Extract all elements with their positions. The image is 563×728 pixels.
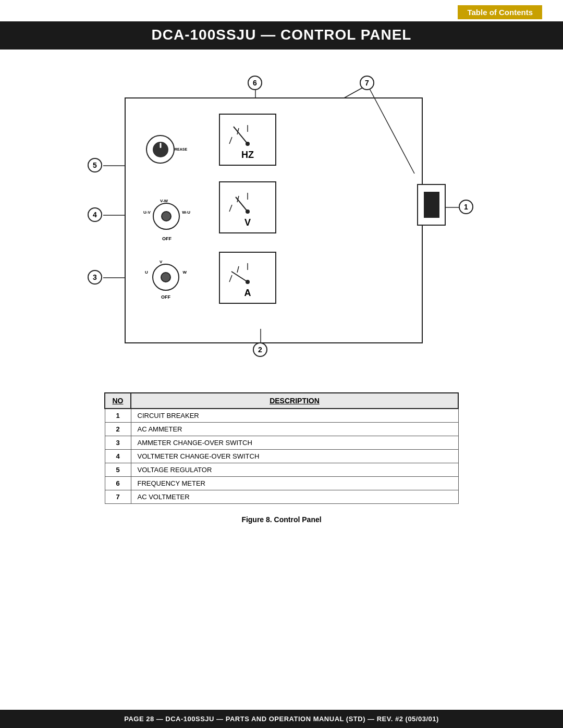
hz-meter: HZ bbox=[219, 114, 276, 166]
svg-line-22 bbox=[231, 272, 248, 282]
table-cell-description: AMMETER CHANGE-OVER SWITCH bbox=[131, 436, 458, 450]
svg-line-14 bbox=[229, 205, 232, 212]
table-cell-description: FREQUENCY METER bbox=[131, 477, 458, 490]
svg-line-12 bbox=[234, 127, 248, 144]
control-panel-diagram: 1 2 3 4 5 6 7 bbox=[68, 69, 495, 366]
table-row: 2AC AMMETER bbox=[105, 423, 458, 436]
breaker-inner bbox=[424, 192, 439, 218]
table-cell-no: 7 bbox=[105, 490, 131, 504]
page-title: DCA-100SSJU — CONTROL PANEL bbox=[0, 21, 563, 50]
table-cell-description: AC VOLTMETER bbox=[131, 490, 458, 504]
svg-line-20 bbox=[237, 266, 239, 273]
voltmeter-switch-uv-label: U-V bbox=[143, 210, 151, 215]
voltmeter-switch[interactable]: V-W U-V W-U OFF bbox=[143, 199, 190, 241]
svg-point-18 bbox=[246, 209, 250, 214]
table-header-description: DESCRIPTION bbox=[131, 393, 458, 409]
table-cell-description: AC AMMETER bbox=[131, 423, 458, 436]
footer-bar: PAGE 28 — DCA-100SSJU — PARTS AND OPERAT… bbox=[0, 710, 563, 728]
table-row: 4VOLTMETER CHANGE-OVER SWITCH bbox=[105, 450, 458, 463]
table-cell-description: VOLTAGE REGULATOR bbox=[131, 463, 458, 477]
a-label: A bbox=[244, 288, 251, 299]
table-cell-description: CIRCUIT BREAKER bbox=[131, 409, 458, 423]
callout-1: 1 bbox=[459, 200, 473, 214]
voltmeter-switch-vw-label: V-W bbox=[160, 199, 168, 203]
ammeter-switch-v-label: V bbox=[160, 260, 162, 264]
v-meter: V bbox=[219, 181, 276, 233]
table-cell-no: 4 bbox=[105, 450, 131, 463]
table-cell-no: 1 bbox=[105, 409, 131, 423]
v-label: V bbox=[244, 217, 251, 228]
ammeter-switch-u-label: U bbox=[145, 270, 148, 275]
voltage-regulator[interactable]: INCREASE DECREASE bbox=[146, 147, 187, 151]
svg-line-9 bbox=[229, 137, 232, 144]
callout-6: 6 bbox=[248, 76, 262, 90]
table-header-no: NO bbox=[105, 393, 131, 409]
table-cell-no: 3 bbox=[105, 436, 131, 450]
svg-line-19 bbox=[229, 275, 232, 282]
voltmeter-switch-off-label: OFF bbox=[162, 236, 172, 241]
table-row: 7AC VOLTMETER bbox=[105, 490, 458, 504]
table-cell-no: 6 bbox=[105, 477, 131, 490]
parts-table: NO DESCRIPTION 1CIRCUIT BREAKER2AC AMMET… bbox=[104, 392, 459, 504]
callout-5: 5 bbox=[88, 158, 102, 172]
table-cell-description: VOLTMETER CHANGE-OVER SWITCH bbox=[131, 450, 458, 463]
toc-button[interactable]: Table of Contents bbox=[458, 5, 542, 19]
callout-4: 4 bbox=[88, 207, 102, 222]
ammeter-switch[interactable]: V U W OFF bbox=[145, 260, 187, 300]
svg-point-23 bbox=[246, 280, 250, 284]
figure-caption: Figure 8. Control Panel bbox=[241, 515, 321, 524]
callout-2: 2 bbox=[253, 342, 267, 357]
table-cell-no: 5 bbox=[105, 463, 131, 477]
ammeter-switch-w-label: W bbox=[182, 270, 187, 275]
svg-line-8 bbox=[368, 85, 414, 174]
svg-point-13 bbox=[246, 142, 250, 146]
svg-line-17 bbox=[236, 197, 248, 212]
circuit-breaker[interactable] bbox=[417, 184, 446, 226]
table-row: 5VOLTAGE REGULATOR bbox=[105, 463, 458, 477]
table-row: 6FREQUENCY METER bbox=[105, 477, 458, 490]
table-cell-no: 2 bbox=[105, 423, 131, 436]
callout-7: 7 bbox=[360, 76, 374, 90]
voltmeter-switch-wu-label: W-U bbox=[182, 210, 190, 215]
a-meter: A bbox=[219, 252, 276, 304]
table-row: 3AMMETER CHANGE-OVER SWITCH bbox=[105, 436, 458, 450]
callout-3: 3 bbox=[88, 270, 102, 285]
ammeter-switch-off-label: OFF bbox=[161, 294, 170, 300]
hz-label: HZ bbox=[241, 150, 254, 161]
table-row: 1CIRCUIT BREAKER bbox=[105, 409, 458, 423]
